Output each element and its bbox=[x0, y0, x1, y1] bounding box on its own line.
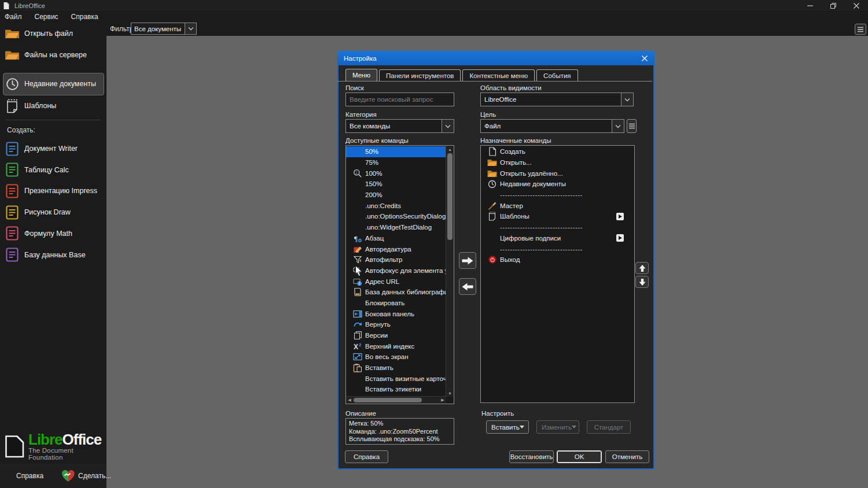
assigned-row[interactable]: Выход bbox=[481, 254, 634, 265]
assigned-row[interactable]: Цифровые подписи bbox=[481, 233, 634, 244]
command-row[interactable]: Вставить этикетки bbox=[346, 384, 446, 395]
command-row[interactable]: 1 100% bbox=[346, 168, 446, 179]
sidebar-item-1[interactable]: Файлы на сервере bbox=[0, 45, 106, 65]
command-row[interactable]: 200% bbox=[346, 190, 446, 201]
paste-icon bbox=[352, 363, 363, 372]
command-row[interactable]: .uno:WidgetTestDialog bbox=[346, 222, 446, 233]
gear-menu-icon[interactable] bbox=[627, 119, 637, 133]
command-row[interactable]: 50% bbox=[346, 146, 446, 157]
donate-link[interactable]: Сделать... bbox=[61, 469, 111, 483]
category-dropdown[interactable]: Все команды bbox=[345, 119, 454, 133]
target-dropdown[interactable]: Файл bbox=[480, 119, 624, 133]
create-item-5[interactable]: Базу данных Base bbox=[0, 245, 106, 265]
reset-button[interactable]: Восстановить bbox=[509, 450, 554, 463]
horizontal-scrollbar[interactable]: ◀ ▶ bbox=[346, 396, 446, 404]
chevron-down-icon[interactable] bbox=[612, 120, 624, 132]
help-button[interactable]: Справка bbox=[345, 450, 388, 463]
command-row[interactable]: Вернуть bbox=[346, 319, 446, 330]
command-label: Цифровые подписи bbox=[500, 235, 561, 242]
scroll-up-icon[interactable]: ▲ bbox=[446, 146, 454, 153]
sidebar-item-3[interactable]: Шаблоны bbox=[0, 96, 106, 116]
scroll-right-icon[interactable]: ▶ bbox=[439, 397, 446, 404]
assigned-row[interactable]: Мастер bbox=[481, 200, 634, 211]
vertical-scrollbar[interactable]: ▲ ▼ bbox=[446, 146, 454, 397]
command-row[interactable]: 75% bbox=[346, 157, 446, 168]
move-down-button[interactable] bbox=[635, 276, 649, 288]
tab-1[interactable]: Панели инструментов bbox=[379, 69, 461, 81]
command-row[interactable]: .uno:Credits bbox=[346, 200, 446, 211]
command-row[interactable]: Вставить bbox=[346, 363, 446, 374]
view-menu-icon[interactable] bbox=[855, 24, 866, 35]
move-up-button[interactable] bbox=[635, 262, 649, 274]
chevron-down-icon[interactable] bbox=[185, 23, 196, 34]
assigned-row[interactable]: Создать bbox=[481, 146, 634, 157]
command-row[interactable]: Во весь экран bbox=[346, 352, 446, 363]
scrollbar-thumb[interactable] bbox=[447, 153, 453, 240]
no-icon bbox=[352, 374, 363, 383]
assigned-row[interactable]: Недавние документы bbox=[481, 179, 634, 190]
tab-3[interactable]: События bbox=[536, 69, 578, 81]
chevron-down-icon[interactable] bbox=[442, 120, 454, 132]
create-item-0[interactable]: Документ Writer bbox=[0, 139, 106, 158]
command-row[interactable]: 150% bbox=[346, 179, 446, 190]
add-command-button[interactable] bbox=[459, 252, 476, 269]
dialog-close-icon[interactable] bbox=[639, 53, 650, 63]
ok-button[interactable]: OK bbox=[557, 450, 602, 463]
tab-0[interactable]: Меню bbox=[345, 69, 377, 81]
scope-dropdown[interactable]: LibreOffice bbox=[480, 93, 634, 106]
command-row[interactable]: Авторедактура bbox=[346, 243, 446, 254]
scrollbar-thumb[interactable] bbox=[354, 398, 422, 402]
command-row[interactable]: Автофильтр bbox=[346, 254, 446, 265]
sidebar-item-0[interactable]: Открыть файл bbox=[0, 24, 106, 43]
superscript-icon: X2 bbox=[352, 342, 363, 351]
help-link[interactable]: Справка bbox=[16, 472, 43, 480]
cancel-button[interactable]: Отменить bbox=[605, 450, 649, 463]
search-input[interactable] bbox=[345, 93, 454, 106]
assigned-row[interactable]: Шаблоны bbox=[481, 211, 634, 222]
minimize-icon[interactable] bbox=[799, 0, 822, 11]
filter-dropdown[interactable]: Все документы bbox=[131, 23, 197, 35]
command-row[interactable]: Версии bbox=[346, 330, 446, 341]
sidebar-item-2[interactable]: Недавние документы bbox=[0, 74, 106, 94]
menu-item-1[interactable]: Сервис bbox=[35, 12, 64, 22]
tab-2[interactable]: Контекстные меню bbox=[462, 69, 535, 81]
menu-item-2[interactable]: Справка bbox=[71, 12, 104, 22]
command-label: Боковая панель bbox=[365, 310, 414, 317]
restore-icon[interactable] bbox=[822, 0, 845, 11]
chevron-down-icon[interactable] bbox=[621, 93, 633, 106]
assigned-row[interactable]: Открыть... bbox=[481, 157, 634, 168]
create-item-4[interactable]: Формулу Math bbox=[0, 224, 106, 243]
command-row[interactable]: .uno:OptionsSecurityDialog bbox=[346, 211, 446, 222]
command-row[interactable]: Блокировать bbox=[346, 298, 446, 309]
scroll-left-icon[interactable]: ◀ bbox=[346, 397, 353, 404]
insert-button[interactable]: Вставить bbox=[486, 420, 529, 434]
command-row[interactable]: ¶ Абзац bbox=[346, 233, 446, 244]
command-row[interactable]: Адрес URL bbox=[346, 276, 446, 287]
command-row[interactable]: Боковая панель bbox=[346, 308, 446, 319]
redo-icon bbox=[352, 320, 363, 329]
submenu-arrow-icon[interactable] bbox=[616, 213, 624, 220]
assigned-row[interactable]: Открыть удалённо... bbox=[481, 168, 634, 179]
remove-command-button[interactable] bbox=[459, 278, 476, 295]
dialog-titlebar[interactable]: Настройка bbox=[337, 51, 654, 65]
separator-row[interactable]: --------------------------------- bbox=[481, 222, 634, 233]
create-item-1[interactable]: Таблицу Calc bbox=[0, 160, 106, 180]
separator-row[interactable]: --------------------------------- bbox=[481, 243, 634, 254]
close-icon[interactable] bbox=[845, 0, 868, 11]
separator-row[interactable]: --------------------------------- bbox=[481, 190, 634, 201]
command-row[interactable]: X2 Верхний индекс bbox=[346, 341, 446, 352]
modify-button[interactable]: Изменить bbox=[536, 420, 579, 434]
create-item-label: Таблицу Calc bbox=[24, 166, 69, 174]
command-row[interactable]: Вставить визитные карточки bbox=[346, 373, 446, 384]
menu-item-0[interactable]: Файл bbox=[5, 12, 28, 22]
create-item-3[interactable]: Рисунок Draw bbox=[0, 202, 106, 222]
default-button[interactable]: Стандарт bbox=[587, 420, 631, 434]
command-label: Мастер bbox=[500, 202, 523, 209]
no-icon bbox=[352, 179, 363, 188]
submenu-arrow-icon[interactable] bbox=[616, 234, 624, 242]
libreoffice-logo: LibreOffice The Document Foundation bbox=[5, 432, 106, 460]
no-icon bbox=[352, 190, 363, 199]
command-row[interactable]: База данных библиографии bbox=[346, 287, 446, 298]
create-item-2[interactable]: Презентацию Impress bbox=[0, 181, 106, 201]
scroll-down-icon[interactable]: ▼ bbox=[446, 390, 454, 397]
